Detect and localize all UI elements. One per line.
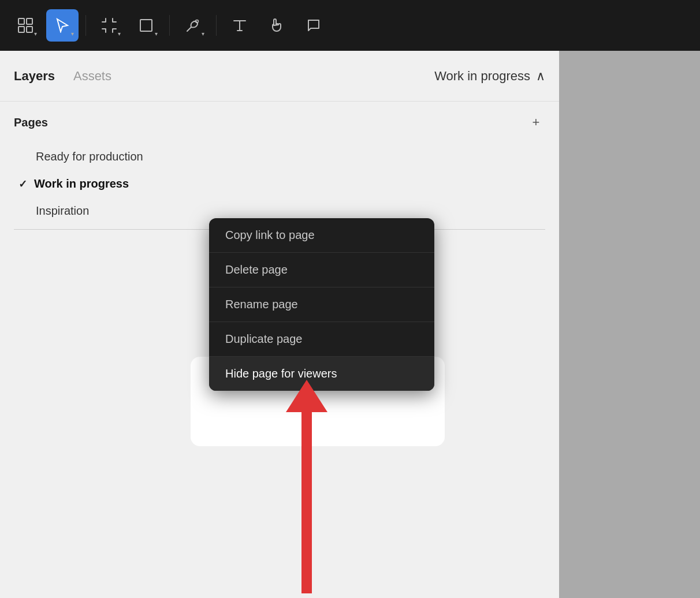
- toolbar: ▾ ▾ ▾ ▾ ▾: [0, 0, 700, 51]
- toolbar-separator: [85, 15, 86, 36]
- svg-point-5: [196, 20, 199, 23]
- pen-tool[interactable]: ▾: [177, 9, 209, 42]
- menu-item-copy-link[interactable]: Copy link to page: [209, 218, 434, 253]
- chevron-down-icon: ▾: [155, 31, 158, 37]
- select-tool[interactable]: ▾: [46, 9, 79, 42]
- toolbar-separator: [216, 15, 217, 36]
- toolbar-separator: [169, 15, 170, 36]
- menu-item-rename[interactable]: Rename page: [209, 287, 434, 322]
- chevron-down-icon: ▾: [118, 31, 121, 37]
- chevron-down-icon: ▾: [202, 31, 204, 37]
- chevron-down-icon: ▾: [71, 31, 74, 37]
- text-tool[interactable]: [224, 9, 256, 42]
- svg-rect-1: [27, 18, 32, 24]
- svg-rect-3: [27, 27, 32, 32]
- left-panel: Layers Assets Work in progress ∧ Pages +…: [0, 51, 559, 598]
- menu-item-duplicate[interactable]: Duplicate page: [209, 322, 434, 357]
- arrow-head: [286, 380, 327, 412]
- components-tool[interactable]: ▾: [9, 9, 42, 42]
- shape-tool[interactable]: ▾: [130, 9, 162, 42]
- menu-item-delete[interactable]: Delete page: [209, 253, 434, 287]
- main-layout: Layers Assets Work in progress ∧ Pages +…: [0, 51, 700, 598]
- hand-tool[interactable]: [260, 9, 293, 42]
- arrow-shaft: [301, 409, 312, 593]
- context-menu: Copy link to page Delete page Rename pag…: [209, 218, 434, 391]
- canvas-area[interactable]: [559, 51, 700, 598]
- context-menu-overlay: Copy link to page Delete page Rename pag…: [0, 51, 559, 598]
- comment-tool[interactable]: [297, 9, 330, 42]
- svg-rect-2: [18, 27, 24, 32]
- frame-tool[interactable]: ▾: [93, 9, 125, 42]
- chevron-down-icon: ▾: [34, 31, 37, 37]
- svg-rect-0: [18, 18, 24, 24]
- svg-rect-4: [140, 20, 152, 31]
- annotation-arrow: [301, 409, 312, 593]
